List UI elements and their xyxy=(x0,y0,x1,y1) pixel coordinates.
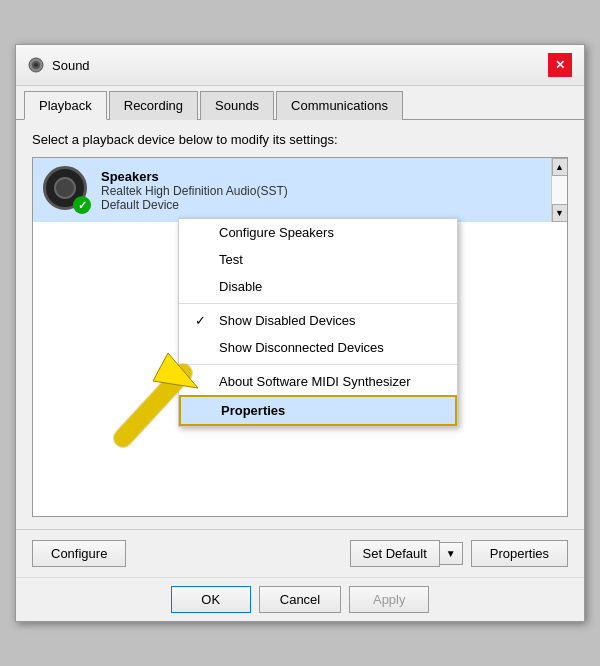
menu-item-show-disabled[interactable]: ✓ Show Disabled Devices xyxy=(179,307,457,334)
set-default-button[interactable]: Set Default xyxy=(350,540,440,567)
window-title: Sound xyxy=(52,58,90,73)
title-bar-left: Sound xyxy=(28,57,90,73)
svg-point-2 xyxy=(34,63,38,67)
sound-dialog: Sound ✕ Playback Recording Sounds Commun… xyxy=(15,44,585,622)
device-driver: Realtek High Definition Audio(SST) xyxy=(101,184,557,198)
scroll-up[interactable]: ▲ xyxy=(552,158,568,176)
sound-icon xyxy=(28,57,44,73)
set-default-group: Set Default ▼ xyxy=(350,540,463,567)
menu-item-show-disconnected[interactable]: Show Disconnected Devices xyxy=(179,334,457,361)
menu-item-configure[interactable]: Configure Speakers xyxy=(179,219,457,246)
device-name: Speakers xyxy=(101,169,557,184)
tab-communications[interactable]: Communications xyxy=(276,91,403,120)
set-default-dropdown[interactable]: ▼ xyxy=(440,542,463,565)
scroll-down[interactable]: ▼ xyxy=(552,204,568,222)
dialog-bottom: OK Cancel Apply xyxy=(16,577,584,621)
tab-recording[interactable]: Recording xyxy=(109,91,198,120)
tab-bar: Playback Recording Sounds Communications xyxy=(16,86,584,120)
speaker-icon: ✓ xyxy=(43,166,91,214)
configure-button[interactable]: Configure xyxy=(32,540,126,567)
device-info: Speakers Realtek High Definition Audio(S… xyxy=(101,169,557,212)
device-status: Default Device xyxy=(101,198,557,212)
menu-item-about-midi[interactable]: About Software MIDI Synthesizer xyxy=(179,368,457,395)
bottom-buttons-row1: Configure Set Default ▼ Properties xyxy=(16,529,584,577)
menu-item-disable[interactable]: Disable xyxy=(179,273,457,300)
properties-button[interactable]: Properties xyxy=(471,540,568,567)
default-check-badge: ✓ xyxy=(73,196,91,214)
main-content: Select a playback device below to modify… xyxy=(16,120,584,529)
menu-separator-1 xyxy=(179,303,457,304)
menu-item-properties[interactable]: Properties xyxy=(179,395,457,426)
menu-separator-2 xyxy=(179,364,457,365)
arrow-icon xyxy=(103,343,213,453)
scroll-track xyxy=(552,176,567,204)
instruction-text: Select a playback device below to modify… xyxy=(32,132,568,147)
scrollbar[interactable]: ▲ ▼ xyxy=(551,158,567,222)
arrow-overlay xyxy=(103,343,213,456)
tab-sounds[interactable]: Sounds xyxy=(200,91,274,120)
check-mark-show-disabled: ✓ xyxy=(195,313,206,328)
tab-playback[interactable]: Playback xyxy=(24,91,107,120)
close-button[interactable]: ✕ xyxy=(548,53,572,77)
context-menu: Configure Speakers Test Disable ✓ Show D… xyxy=(178,218,458,427)
title-bar: Sound ✕ xyxy=(16,45,584,86)
menu-item-test[interactable]: Test xyxy=(179,246,457,273)
cancel-button[interactable]: Cancel xyxy=(259,586,341,613)
device-list[interactable]: ✓ Speakers Realtek High Definition Audio… xyxy=(32,157,568,517)
device-item-speakers[interactable]: ✓ Speakers Realtek High Definition Audio… xyxy=(33,158,567,222)
ok-button[interactable]: OK xyxy=(171,586,251,613)
apply-button[interactable]: Apply xyxy=(349,586,429,613)
